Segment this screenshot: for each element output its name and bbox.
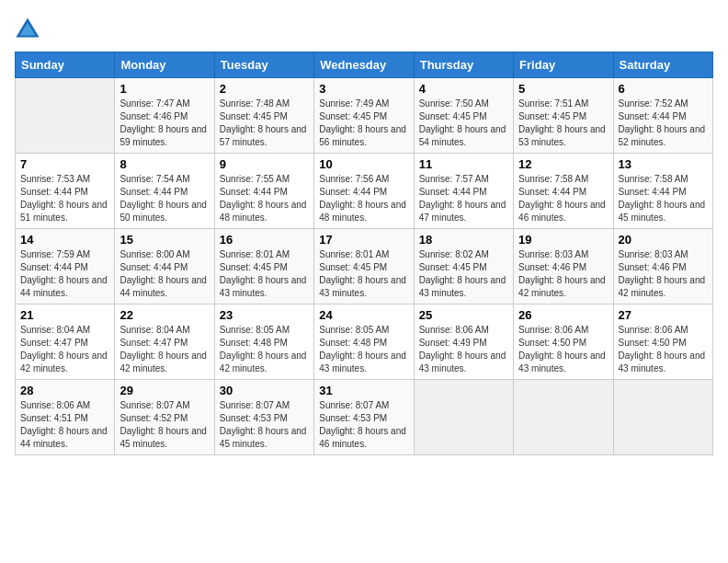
- header-row: SundayMondayTuesdayWednesdayThursdayFrid…: [16, 52, 713, 78]
- header-cell-saturday: Saturday: [613, 52, 712, 78]
- day-cell: 30Sunrise: 8:07 AMSunset: 4:53 PMDayligh…: [214, 380, 313, 455]
- day-cell: 28Sunrise: 8:06 AMSunset: 4:51 PMDayligh…: [16, 380, 115, 455]
- day-info: Sunrise: 8:06 AMSunset: 4:50 PMDaylight:…: [619, 324, 708, 375]
- day-info: Sunrise: 7:47 AMSunset: 4:46 PMDaylight:…: [119, 98, 209, 149]
- day-cell: 5Sunrise: 7:51 AMSunset: 4:45 PMDaylight…: [514, 78, 613, 154]
- day-cell: [414, 380, 513, 455]
- day-cell: 3Sunrise: 7:49 AMSunset: 4:45 PMDaylight…: [314, 78, 414, 154]
- header-cell-sunday: Sunday: [16, 52, 115, 78]
- day-number: 11: [419, 157, 508, 171]
- day-info: Sunrise: 8:06 AMSunset: 4:50 PMDaylight:…: [518, 324, 608, 375]
- day-number: 31: [319, 384, 408, 397]
- day-cell: 15Sunrise: 8:00 AMSunset: 4:44 PMDayligh…: [115, 229, 214, 304]
- week-row-1: 7Sunrise: 7:53 AMSunset: 4:44 PMDaylight…: [16, 154, 713, 229]
- week-row-4: 28Sunrise: 8:06 AMSunset: 4:51 PMDayligh…: [16, 380, 713, 455]
- day-info: Sunrise: 8:05 AMSunset: 4:48 PMDaylight:…: [220, 324, 309, 375]
- day-number: 23: [220, 308, 309, 322]
- day-cell: 4Sunrise: 7:50 AMSunset: 4:45 PMDaylight…: [414, 78, 513, 154]
- day-number: 28: [20, 384, 109, 397]
- day-number: 12: [518, 157, 608, 171]
- day-number: 7: [20, 157, 109, 171]
- day-cell: 22Sunrise: 8:04 AMSunset: 4:47 PMDayligh…: [115, 304, 214, 380]
- day-number: 9: [220, 157, 309, 171]
- day-number: 27: [619, 308, 708, 322]
- calendar-header: SundayMondayTuesdayWednesdayThursdayFrid…: [16, 52, 713, 78]
- day-info: Sunrise: 7:49 AMSunset: 4:45 PMDaylight:…: [319, 98, 408, 149]
- day-cell: 14Sunrise: 7:59 AMSunset: 4:44 PMDayligh…: [16, 229, 115, 304]
- day-number: 16: [220, 233, 309, 247]
- day-number: 13: [619, 157, 708, 171]
- day-cell: 19Sunrise: 8:03 AMSunset: 4:46 PMDayligh…: [514, 229, 613, 304]
- day-number: 22: [119, 308, 209, 322]
- day-info: Sunrise: 7:51 AMSunset: 4:45 PMDaylight:…: [518, 98, 608, 149]
- day-number: 14: [20, 233, 109, 247]
- day-cell: 8Sunrise: 7:54 AMSunset: 4:44 PMDaylight…: [115, 154, 214, 229]
- day-cell: 17Sunrise: 8:01 AMSunset: 4:45 PMDayligh…: [314, 229, 414, 304]
- day-number: 8: [119, 157, 209, 171]
- week-row-0: 1Sunrise: 7:47 AMSunset: 4:46 PMDaylight…: [16, 78, 713, 154]
- page-header: [15, 15, 713, 40]
- day-info: Sunrise: 7:59 AMSunset: 4:44 PMDaylight:…: [20, 248, 109, 300]
- day-info: Sunrise: 8:01 AMSunset: 4:45 PMDaylight:…: [220, 248, 309, 300]
- day-cell: 6Sunrise: 7:52 AMSunset: 4:44 PMDaylight…: [613, 78, 712, 154]
- calendar-body: 1Sunrise: 7:47 AMSunset: 4:46 PMDaylight…: [16, 78, 713, 455]
- day-info: Sunrise: 8:04 AMSunset: 4:47 PMDaylight:…: [119, 324, 209, 375]
- header-cell-monday: Monday: [115, 52, 214, 78]
- day-number: 3: [319, 82, 408, 96]
- day-number: 25: [419, 308, 508, 322]
- day-info: Sunrise: 8:03 AMSunset: 4:46 PMDaylight:…: [619, 248, 708, 300]
- day-cell: 12Sunrise: 7:58 AMSunset: 4:44 PMDayligh…: [514, 154, 613, 229]
- day-info: Sunrise: 7:55 AMSunset: 4:44 PMDaylight:…: [220, 173, 309, 224]
- day-info: Sunrise: 7:50 AMSunset: 4:45 PMDaylight:…: [419, 98, 508, 149]
- day-info: Sunrise: 8:03 AMSunset: 4:46 PMDaylight:…: [518, 248, 608, 300]
- day-info: Sunrise: 7:58 AMSunset: 4:44 PMDaylight:…: [619, 173, 708, 224]
- day-number: 20: [619, 233, 708, 247]
- day-info: Sunrise: 7:56 AMSunset: 4:44 PMDaylight:…: [319, 173, 408, 224]
- day-cell: 16Sunrise: 8:01 AMSunset: 4:45 PMDayligh…: [214, 229, 313, 304]
- header-cell-friday: Friday: [514, 52, 613, 78]
- week-row-2: 14Sunrise: 7:59 AMSunset: 4:44 PMDayligh…: [16, 229, 713, 304]
- day-cell: 21Sunrise: 8:04 AMSunset: 4:47 PMDayligh…: [16, 304, 115, 380]
- day-number: 15: [119, 233, 209, 247]
- day-cell: 7Sunrise: 7:53 AMSunset: 4:44 PMDaylight…: [16, 154, 115, 229]
- day-info: Sunrise: 8:07 AMSunset: 4:53 PMDaylight:…: [319, 399, 408, 451]
- day-cell: 25Sunrise: 8:06 AMSunset: 4:49 PMDayligh…: [414, 304, 513, 380]
- day-cell: 20Sunrise: 8:03 AMSunset: 4:46 PMDayligh…: [613, 229, 712, 304]
- day-number: 4: [419, 82, 508, 96]
- day-cell: [613, 380, 712, 455]
- day-info: Sunrise: 7:53 AMSunset: 4:44 PMDaylight:…: [20, 173, 109, 224]
- day-cell: 11Sunrise: 7:57 AMSunset: 4:44 PMDayligh…: [414, 154, 513, 229]
- logo-icon: [15, 15, 40, 40]
- day-info: Sunrise: 8:04 AMSunset: 4:47 PMDaylight:…: [20, 324, 109, 375]
- day-info: Sunrise: 8:06 AMSunset: 4:49 PMDaylight:…: [419, 324, 508, 375]
- day-number: 10: [319, 157, 408, 171]
- day-info: Sunrise: 8:01 AMSunset: 4:45 PMDaylight:…: [319, 248, 408, 300]
- day-info: Sunrise: 7:52 AMSunset: 4:44 PMDaylight:…: [619, 98, 708, 149]
- day-cell: 24Sunrise: 8:05 AMSunset: 4:48 PMDayligh…: [314, 304, 414, 380]
- day-number: 18: [419, 233, 508, 247]
- day-number: 2: [220, 82, 309, 96]
- day-cell: 26Sunrise: 8:06 AMSunset: 4:50 PMDayligh…: [514, 304, 613, 380]
- day-number: 30: [220, 384, 309, 397]
- day-cell: 23Sunrise: 8:05 AMSunset: 4:48 PMDayligh…: [214, 304, 313, 380]
- day-number: 26: [518, 308, 608, 322]
- day-number: 1: [119, 82, 209, 96]
- day-number: 29: [119, 384, 209, 397]
- day-cell: 29Sunrise: 8:07 AMSunset: 4:52 PMDayligh…: [115, 380, 214, 455]
- day-info: Sunrise: 8:05 AMSunset: 4:48 PMDaylight:…: [319, 324, 408, 375]
- day-number: 21: [20, 308, 109, 322]
- day-info: Sunrise: 7:48 AMSunset: 4:45 PMDaylight:…: [220, 98, 309, 149]
- day-info: Sunrise: 8:06 AMSunset: 4:51 PMDaylight:…: [20, 399, 109, 451]
- day-info: Sunrise: 7:58 AMSunset: 4:44 PMDaylight:…: [518, 173, 608, 224]
- header-cell-thursday: Thursday: [414, 52, 513, 78]
- day-info: Sunrise: 8:07 AMSunset: 4:53 PMDaylight:…: [220, 399, 309, 451]
- day-cell: 13Sunrise: 7:58 AMSunset: 4:44 PMDayligh…: [613, 154, 712, 229]
- day-cell: 31Sunrise: 8:07 AMSunset: 4:53 PMDayligh…: [314, 380, 414, 455]
- day-number: 5: [518, 82, 608, 96]
- day-info: Sunrise: 7:57 AMSunset: 4:44 PMDaylight:…: [419, 173, 508, 224]
- day-cell: 1Sunrise: 7:47 AMSunset: 4:46 PMDaylight…: [115, 78, 214, 154]
- week-row-3: 21Sunrise: 8:04 AMSunset: 4:47 PMDayligh…: [16, 304, 713, 380]
- day-number: 19: [518, 233, 608, 247]
- day-info: Sunrise: 8:07 AMSunset: 4:52 PMDaylight:…: [119, 399, 209, 451]
- logo: [15, 15, 44, 40]
